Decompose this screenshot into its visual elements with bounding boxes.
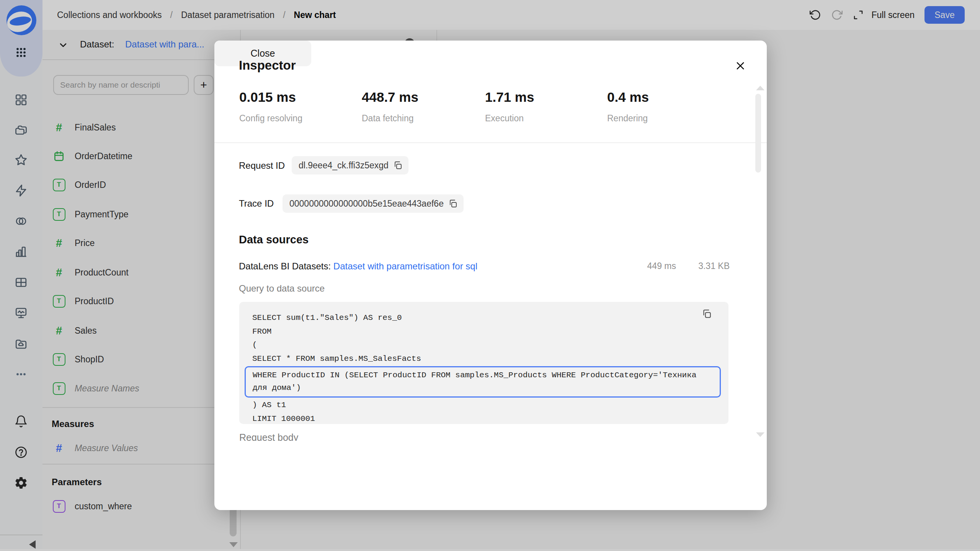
sql-text: WHERE ProductID IN (SELECT ProductID FRO…: [253, 369, 710, 394]
data-sources-heading: Data sources: [239, 233, 309, 246]
sql-text: SELECT sum(t1."Sales") AS res_0 FROM ( S…: [252, 311, 728, 365]
stat-value: 1.71 ms: [485, 90, 534, 105]
stat-value: 448.7 ms: [362, 90, 418, 105]
close-icon[interactable]: [732, 57, 749, 74]
modal-scroll-up-icon[interactable]: [756, 86, 764, 90]
modal-title: Inspector: [239, 58, 296, 73]
request-id-pill: dl.9eee4_ck.ffi3z5exgd: [292, 156, 408, 174]
stat-label: Data fetching: [362, 113, 418, 124]
sql-highlighted-line: WHERE ProductID IN (SELECT ProductID FRO…: [245, 366, 721, 398]
source-size: 3.31 KB: [698, 261, 730, 271]
app-root: Collections and workbooks / Dataset para…: [0, 0, 980, 551]
stat-execution: 1.71 ms Execution: [485, 90, 534, 124]
copy-icon[interactable]: [702, 309, 712, 319]
sql-query-block: SELECT sum(t1."Sales") AS res_0 FROM ( S…: [239, 302, 728, 424]
stat-config-resolving: 0.015 ms Config resolving: [239, 90, 302, 124]
request-id-value: dl.9eee4_ck.ffi3z5exgd: [299, 160, 389, 171]
copy-icon[interactable]: [393, 161, 402, 170]
request-id-label: Request ID: [239, 160, 285, 171]
stat-rendering: 0.4 ms Rendering: [607, 90, 649, 124]
stat-label: Rendering: [607, 113, 649, 124]
source-row: DataLens BI Datasets: Dataset with param…: [239, 261, 477, 272]
request-body-label: Request body: [239, 432, 298, 441]
stat-value: 0.015 ms: [239, 90, 302, 105]
trace-id-value: 0000000000000000b5e15eae443aef6e: [289, 199, 444, 209]
query-label: Query to data source: [239, 283, 325, 294]
trace-id-label: Trace ID: [239, 198, 274, 209]
modal-scroll-down-icon[interactable]: [756, 432, 764, 437]
inspector-modal: Inspector 0.015 ms Config resolving 448.…: [214, 41, 767, 510]
source-time: 449 ms: [647, 261, 676, 271]
stat-data-fetching: 448.7 ms Data fetching: [362, 90, 418, 124]
copy-icon[interactable]: [448, 199, 457, 208]
source-dataset-link[interactable]: Dataset with parametrisation for sql: [333, 261, 477, 271]
modal-scroll-area: Request ID dl.9eee4_ck.ffi3z5exgd Trace …: [214, 143, 767, 441]
source-label: DataLens BI Datasets:: [239, 261, 331, 271]
stat-label: Config resolving: [239, 113, 302, 124]
stat-label: Execution: [485, 113, 534, 124]
trace-id-pill: 0000000000000000b5e15eae443aef6e: [283, 194, 464, 213]
sql-text: ) AS t1 LIMIT 1000001: [252, 398, 728, 425]
modal-scrollbar[interactable]: [755, 94, 761, 173]
stat-value: 0.4 ms: [607, 90, 649, 105]
